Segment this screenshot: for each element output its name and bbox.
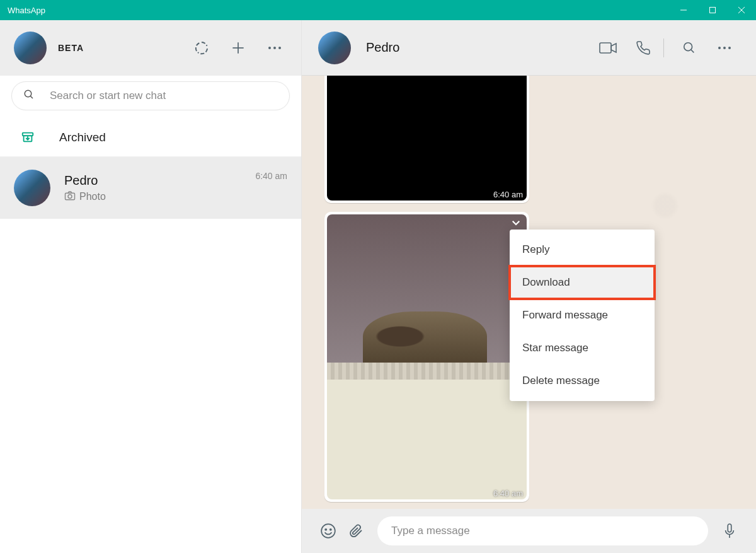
ctx-star[interactable]: Star message bbox=[510, 332, 655, 364]
contact-name: Pedro bbox=[366, 40, 399, 55]
microphone-icon[interactable] bbox=[716, 517, 743, 545]
archived-label: Archived bbox=[59, 131, 106, 144]
message-bubble[interactable]: 6:40 am bbox=[324, 76, 529, 203]
svg-line-18 bbox=[691, 49, 694, 52]
chat-avatar bbox=[14, 170, 50, 206]
messages-area[interactable]: 6:40 am 6:40 am Reply bbox=[302, 76, 756, 509]
voice-call-icon[interactable] bbox=[628, 33, 658, 63]
svg-point-6 bbox=[268, 47, 271, 49]
message-time: 6:40 am bbox=[493, 190, 523, 199]
conversation-menu-icon[interactable] bbox=[709, 33, 740, 63]
attach-icon[interactable] bbox=[342, 517, 370, 545]
status-icon[interactable] bbox=[189, 35, 214, 61]
sidebar: BETA bbox=[0, 20, 302, 553]
composer: Type a message bbox=[302, 509, 756, 553]
svg-point-20 bbox=[723, 47, 726, 49]
message-photo bbox=[327, 76, 527, 201]
search-in-chat-icon[interactable] bbox=[674, 33, 704, 63]
photo-icon bbox=[64, 190, 79, 203]
svg-point-19 bbox=[718, 47, 721, 49]
message-context-menu: Reply Download Forward message Star mess… bbox=[510, 230, 655, 401]
search-placeholder: Search or start new chat bbox=[50, 90, 166, 102]
svg-line-10 bbox=[30, 96, 33, 98]
window-title: WhatsApp bbox=[8, 6, 45, 15]
svg-point-22 bbox=[321, 524, 335, 538]
svg-point-24 bbox=[330, 529, 331, 530]
window-minimize-button[interactable] bbox=[669, 0, 698, 20]
svg-rect-15 bbox=[600, 43, 611, 53]
svg-marker-16 bbox=[611, 44, 616, 52]
message-input[interactable]: Type a message bbox=[377, 516, 708, 545]
svg-point-23 bbox=[325, 529, 326, 530]
message-photo bbox=[327, 214, 527, 499]
svg-point-21 bbox=[728, 47, 731, 49]
chat-time: 6:40 am bbox=[255, 171, 287, 181]
chat-preview-text: Photo bbox=[79, 191, 106, 202]
svg-point-7 bbox=[273, 47, 276, 49]
search-icon bbox=[23, 89, 35, 103]
svg-point-9 bbox=[25, 90, 32, 97]
svg-rect-1 bbox=[710, 8, 716, 13]
chat-list-item[interactable]: Pedro Photo 6:40 am bbox=[0, 157, 301, 219]
archived-row[interactable]: Archived bbox=[0, 118, 301, 157]
emoji-icon[interactable] bbox=[314, 517, 342, 545]
svg-rect-11 bbox=[23, 132, 33, 136]
ctx-delete[interactable]: Delete message bbox=[510, 364, 655, 397]
contact-avatar[interactable] bbox=[318, 32, 351, 64]
beta-badge: BETA bbox=[58, 43, 84, 53]
svg-rect-25 bbox=[728, 524, 731, 532]
conversation-pane: Pedro bbox=[302, 20, 756, 553]
svg-point-17 bbox=[684, 42, 692, 50]
window-close-button[interactable] bbox=[727, 0, 756, 20]
message-time: 6:40 am bbox=[493, 489, 523, 498]
chat-name: Pedro bbox=[64, 173, 255, 188]
window-titlebar: WhatsApp bbox=[0, 0, 756, 20]
video-call-icon[interactable] bbox=[593, 33, 623, 63]
window-maximize-button[interactable] bbox=[698, 0, 727, 20]
ctx-download[interactable]: Download bbox=[510, 266, 655, 299]
new-chat-icon[interactable] bbox=[226, 35, 251, 61]
menu-icon[interactable] bbox=[262, 35, 287, 61]
svg-point-14 bbox=[68, 194, 72, 198]
message-menu-chevron-icon[interactable] bbox=[509, 216, 523, 230]
message-bubble[interactable]: 6:40 am bbox=[324, 212, 529, 502]
svg-point-8 bbox=[278, 47, 281, 49]
header-separator bbox=[663, 38, 664, 57]
profile-avatar[interactable] bbox=[14, 32, 47, 64]
ctx-reply[interactable]: Reply bbox=[510, 233, 655, 266]
chat-preview: Photo bbox=[64, 190, 255, 203]
conversation-header: Pedro bbox=[302, 20, 756, 76]
message-input-placeholder: Type a message bbox=[391, 525, 470, 537]
search-input[interactable]: Search or start new chat bbox=[11, 81, 290, 110]
sidebar-header: BETA bbox=[0, 20, 301, 76]
archived-icon bbox=[14, 131, 42, 144]
ctx-forward[interactable]: Forward message bbox=[510, 299, 655, 332]
